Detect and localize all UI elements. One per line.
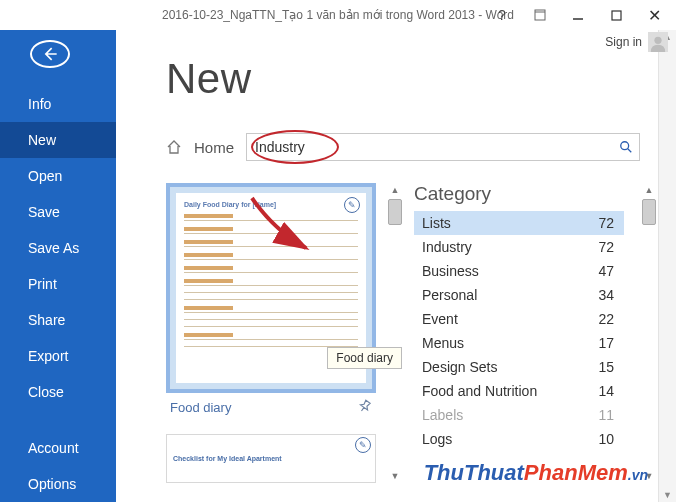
svg-line-6 [628, 149, 632, 153]
sidebar-item-save[interactable]: Save [0, 194, 116, 230]
category-item-logs[interactable]: Logs10 [414, 427, 624, 451]
main-panel: New Home ✎ Daily [116, 30, 658, 502]
category-list: Lists72 Industry72 Business47 Personal34… [414, 211, 624, 451]
content-row: ✎ Daily Food Diary for [Name] [166, 183, 658, 483]
category-item-menus[interactable]: Menus17 [414, 331, 624, 355]
sidebar-item-open[interactable]: Open [0, 158, 116, 194]
category-scrollbar[interactable]: ▲ ▼ [640, 183, 658, 483]
template-card-food-diary[interactable]: ✎ Daily Food Diary for [Name] [166, 183, 376, 393]
scroll-down-icon[interactable]: ▼ [391, 469, 400, 483]
title-controls: ? ✕ [488, 4, 676, 26]
help-button[interactable]: ? [488, 4, 516, 26]
svg-point-4 [654, 37, 661, 44]
category-heading: Category [414, 183, 624, 205]
sidebar-item-export[interactable]: Export [0, 338, 116, 374]
titlebar: 2016-10-23_NgaTTN_Tạo 1 văn bản mới tron… [0, 0, 676, 30]
template-card-checklist[interactable]: ✎ Checklist for My Ideal Apartment [166, 434, 376, 483]
home-icon[interactable] [166, 139, 182, 155]
pin-icon[interactable] [358, 399, 372, 416]
backstage-sidebar: Info New Open Save Save As Print Share E… [0, 30, 116, 502]
minimize-button[interactable] [564, 4, 592, 26]
template-caption: Food diary [170, 400, 231, 415]
close-button[interactable]: ✕ [640, 4, 668, 26]
template-preview-title: Checklist for My Ideal Apartment [173, 455, 369, 462]
scroll-up-icon[interactable]: ▲ [391, 183, 400, 197]
category-item-personal[interactable]: Personal34 [414, 283, 624, 307]
template-preview-corner-icon: ✎ [344, 197, 360, 213]
sidebar-item-share[interactable]: Share [0, 302, 116, 338]
scroll-down-icon[interactable]: ▼ [663, 488, 672, 502]
template-preview-corner-icon: ✎ [355, 437, 371, 453]
template-preview-title: Daily Food Diary for [Name] [184, 201, 358, 208]
svg-point-5 [621, 142, 629, 150]
window-title: 2016-10-23_NgaTTN_Tạo 1 văn bản mới tron… [162, 8, 514, 22]
category-item-design-sets[interactable]: Design Sets15 [414, 355, 624, 379]
sidebar-item-new[interactable]: New [0, 122, 116, 158]
search-button[interactable] [613, 134, 639, 160]
sidebar-item-account[interactable]: Account [0, 430, 116, 466]
category-item-lists[interactable]: Lists72 [414, 211, 624, 235]
signin-row: Sign in [605, 32, 668, 52]
main-scrollbar[interactable]: ▲ ▼ [658, 30, 676, 502]
svg-rect-3 [612, 11, 621, 20]
category-item-industry[interactable]: Industry72 [414, 235, 624, 259]
scroll-thumb[interactable] [388, 199, 402, 225]
template-column: ✎ Daily Food Diary for [Name] [166, 183, 376, 483]
breadcrumb: Home [166, 133, 658, 161]
breadcrumb-home[interactable]: Home [194, 139, 234, 156]
sidebar-item-info[interactable]: Info [0, 86, 116, 122]
search-input[interactable] [247, 139, 613, 155]
category-item-business[interactable]: Business47 [414, 259, 624, 283]
scroll-up-icon[interactable]: ▲ [645, 183, 654, 197]
scroll-down-icon[interactable]: ▼ [645, 469, 654, 483]
search-box [246, 133, 640, 161]
category-panel: Category Lists72 Industry72 Business47 P… [414, 183, 624, 483]
sidebar-item-options[interactable]: Options [0, 466, 116, 502]
category-item-labels[interactable]: Labels11 [414, 403, 624, 427]
template-scrollbar[interactable]: ▲ ▼ [386, 183, 404, 483]
back-button[interactable] [30, 40, 70, 68]
maximize-button[interactable] [602, 4, 630, 26]
category-item-event[interactable]: Event22 [414, 307, 624, 331]
template-tooltip: Food diary [327, 347, 402, 369]
scroll-thumb[interactable] [642, 199, 656, 225]
ribbon-display-button[interactable] [526, 4, 554, 26]
category-item-food-nutrition[interactable]: Food and Nutrition14 [414, 379, 624, 403]
sidebar-item-close[interactable]: Close [0, 374, 116, 410]
signin-link[interactable]: Sign in [605, 35, 642, 49]
avatar-placeholder[interactable] [648, 32, 668, 52]
sidebar-item-saveas[interactable]: Save As [0, 230, 116, 266]
page-title: New [166, 55, 658, 103]
sidebar-item-print[interactable]: Print [0, 266, 116, 302]
